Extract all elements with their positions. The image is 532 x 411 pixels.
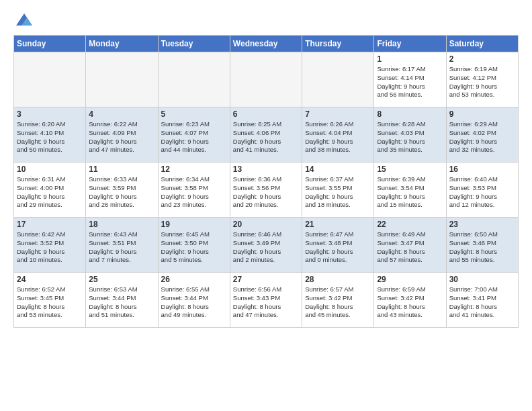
day-info: Sunrise: 6:25 AM Sunset: 4:06 PM Dayligh…: [233, 120, 299, 154]
calendar-cell: 10Sunrise: 6:31 AM Sunset: 4:00 PM Dayli…: [14, 163, 86, 218]
day-number: 2: [449, 54, 515, 64]
day-info: Sunrise: 6:23 AM Sunset: 4:07 PM Dayligh…: [161, 120, 227, 154]
calendar-cell: [86, 52, 158, 107]
day-info: Sunrise: 6:55 AM Sunset: 3:44 PM Dayligh…: [161, 285, 227, 320]
calendar-week-row: 1Sunrise: 6:17 AM Sunset: 4:14 PM Daylig…: [14, 52, 519, 107]
day-number: 28: [305, 275, 371, 284]
day-number: 23: [449, 220, 515, 229]
day-info: Sunrise: 6:47 AM Sunset: 3:48 PM Dayligh…: [305, 230, 371, 265]
calendar-cell: 28Sunrise: 6:57 AM Sunset: 3:42 PM Dayli…: [302, 273, 374, 328]
header: [13, 11, 519, 30]
day-info: Sunrise: 6:40 AM Sunset: 3:53 PM Dayligh…: [449, 175, 515, 210]
day-number: 17: [17, 220, 83, 229]
day-number: 4: [89, 109, 154, 119]
day-info: Sunrise: 6:43 AM Sunset: 3:51 PM Dayligh…: [89, 230, 154, 265]
day-number: 5: [161, 109, 227, 119]
day-number: 1: [377, 54, 443, 64]
weekday-header: Sunday: [14, 36, 86, 52]
calendar-cell: 5Sunrise: 6:23 AM Sunset: 4:07 PM Daylig…: [158, 107, 230, 163]
calendar-cell: 19Sunrise: 6:45 AM Sunset: 3:50 PM Dayli…: [158, 218, 230, 273]
weekday-header: Monday: [86, 36, 158, 52]
calendar-cell: 12Sunrise: 6:34 AM Sunset: 3:58 PM Dayli…: [158, 163, 230, 218]
day-number: 19: [161, 220, 227, 229]
calendar-cell: 20Sunrise: 6:46 AM Sunset: 3:49 PM Dayli…: [230, 218, 302, 273]
logo-icon: [15, 11, 34, 30]
day-info: Sunrise: 6:19 AM Sunset: 4:12 PM Dayligh…: [449, 65, 515, 99]
day-number: 21: [305, 220, 371, 229]
calendar-cell: 22Sunrise: 6:49 AM Sunset: 3:47 PM Dayli…: [374, 218, 446, 273]
day-info: Sunrise: 6:52 AM Sunset: 3:45 PM Dayligh…: [17, 285, 83, 320]
calendar-cell: 16Sunrise: 6:40 AM Sunset: 3:53 PM Dayli…: [446, 163, 518, 218]
calendar-week-row: 24Sunrise: 6:52 AM Sunset: 3:45 PM Dayli…: [14, 273, 519, 328]
calendar-cell: 1Sunrise: 6:17 AM Sunset: 4:14 PM Daylig…: [374, 52, 446, 107]
day-info: Sunrise: 6:42 AM Sunset: 3:52 PM Dayligh…: [17, 230, 83, 265]
weekday-header: Friday: [374, 36, 446, 52]
calendar-cell: 6Sunrise: 6:25 AM Sunset: 4:06 PM Daylig…: [230, 107, 302, 163]
day-number: 14: [305, 165, 371, 174]
day-number: 15: [377, 165, 443, 174]
day-number: 8: [377, 109, 443, 119]
day-info: Sunrise: 6:29 AM Sunset: 4:02 PM Dayligh…: [449, 120, 515, 154]
day-number: 27: [233, 275, 299, 284]
calendar-cell: 23Sunrise: 6:50 AM Sunset: 3:46 PM Dayli…: [446, 218, 518, 273]
weekday-header: Tuesday: [158, 36, 230, 52]
day-info: Sunrise: 6:56 AM Sunset: 3:43 PM Dayligh…: [233, 285, 299, 320]
calendar-cell: 25Sunrise: 6:53 AM Sunset: 3:44 PM Dayli…: [86, 273, 158, 328]
day-number: 20: [233, 220, 299, 229]
day-number: 16: [449, 165, 515, 174]
calendar-cell: [302, 52, 374, 107]
calendar-week-row: 17Sunrise: 6:42 AM Sunset: 3:52 PM Dayli…: [14, 218, 519, 273]
day-number: 25: [89, 275, 154, 284]
day-number: 11: [89, 165, 154, 174]
day-number: 24: [17, 275, 83, 284]
day-info: Sunrise: 6:59 AM Sunset: 3:42 PM Dayligh…: [377, 285, 443, 320]
day-info: Sunrise: 6:49 AM Sunset: 3:47 PM Dayligh…: [377, 230, 443, 265]
day-info: Sunrise: 6:17 AM Sunset: 4:14 PM Dayligh…: [377, 65, 443, 99]
day-info: Sunrise: 6:28 AM Sunset: 4:03 PM Dayligh…: [377, 120, 443, 154]
day-number: 13: [233, 165, 299, 174]
day-info: Sunrise: 6:45 AM Sunset: 3:50 PM Dayligh…: [161, 230, 227, 265]
calendar-cell: [230, 52, 302, 107]
day-info: Sunrise: 6:39 AM Sunset: 3:54 PM Dayligh…: [377, 175, 443, 210]
day-info: Sunrise: 6:34 AM Sunset: 3:58 PM Dayligh…: [161, 175, 227, 210]
day-info: Sunrise: 6:57 AM Sunset: 3:42 PM Dayligh…: [305, 285, 371, 320]
day-info: Sunrise: 6:50 AM Sunset: 3:46 PM Dayligh…: [449, 230, 515, 265]
day-info: Sunrise: 7:00 AM Sunset: 3:41 PM Dayligh…: [449, 285, 515, 320]
calendar-cell: 4Sunrise: 6:22 AM Sunset: 4:09 PM Daylig…: [86, 107, 158, 163]
calendar-cell: 21Sunrise: 6:47 AM Sunset: 3:48 PM Dayli…: [302, 218, 374, 273]
day-info: Sunrise: 6:20 AM Sunset: 4:10 PM Dayligh…: [17, 120, 83, 154]
day-info: Sunrise: 6:31 AM Sunset: 4:00 PM Dayligh…: [17, 175, 83, 210]
calendar-cell: 18Sunrise: 6:43 AM Sunset: 3:51 PM Dayli…: [86, 218, 158, 273]
calendar-cell: 15Sunrise: 6:39 AM Sunset: 3:54 PM Dayli…: [374, 163, 446, 218]
day-number: 10: [17, 165, 83, 174]
calendar-cell: 14Sunrise: 6:37 AM Sunset: 3:55 PM Dayli…: [302, 163, 374, 218]
calendar-cell: 3Sunrise: 6:20 AM Sunset: 4:10 PM Daylig…: [14, 107, 86, 163]
day-info: Sunrise: 6:46 AM Sunset: 3:49 PM Dayligh…: [233, 230, 299, 265]
calendar-cell: 8Sunrise: 6:28 AM Sunset: 4:03 PM Daylig…: [374, 107, 446, 163]
weekday-header: Saturday: [446, 36, 518, 52]
day-number: 29: [377, 275, 443, 284]
calendar-cell: 24Sunrise: 6:52 AM Sunset: 3:45 PM Dayli…: [14, 273, 86, 328]
logo: [13, 11, 34, 30]
day-number: 3: [17, 109, 83, 119]
weekday-header: Wednesday: [230, 36, 302, 52]
calendar-cell: 27Sunrise: 6:56 AM Sunset: 3:43 PM Dayli…: [230, 273, 302, 328]
calendar-week-row: 10Sunrise: 6:31 AM Sunset: 4:00 PM Dayli…: [14, 163, 519, 218]
calendar-cell: 29Sunrise: 6:59 AM Sunset: 3:42 PM Dayli…: [374, 273, 446, 328]
calendar-header-row: SundayMondayTuesdayWednesdayThursdayFrid…: [14, 36, 519, 52]
calendar-cell: 11Sunrise: 6:33 AM Sunset: 3:59 PM Dayli…: [86, 163, 158, 218]
day-number: 22: [377, 220, 443, 229]
calendar-cell: [158, 52, 230, 107]
calendar-cell: 17Sunrise: 6:42 AM Sunset: 3:52 PM Dayli…: [14, 218, 86, 273]
calendar-cell: [14, 52, 86, 107]
day-number: 30: [449, 275, 515, 284]
day-number: 18: [89, 220, 154, 229]
day-number: 9: [449, 109, 515, 119]
day-number: 12: [161, 165, 227, 174]
day-info: Sunrise: 6:53 AM Sunset: 3:44 PM Dayligh…: [89, 285, 154, 320]
day-number: 6: [233, 109, 299, 119]
day-info: Sunrise: 6:22 AM Sunset: 4:09 PM Dayligh…: [89, 120, 154, 154]
day-info: Sunrise: 6:33 AM Sunset: 3:59 PM Dayligh…: [89, 175, 154, 210]
calendar-cell: 9Sunrise: 6:29 AM Sunset: 4:02 PM Daylig…: [446, 107, 518, 163]
day-number: 7: [305, 109, 371, 119]
